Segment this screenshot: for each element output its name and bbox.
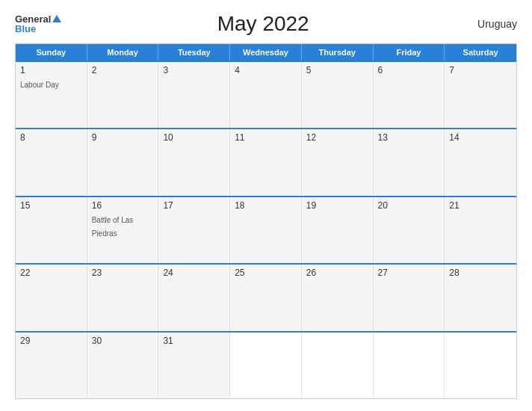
country-label: Uruguay: [465, 18, 517, 30]
week-row-3: 1516Battle of Las Piedras1718192021: [16, 196, 516, 263]
day-number: 4: [235, 65, 297, 75]
weekday-header-friday: Friday: [374, 44, 445, 61]
logo: General Blue: [15, 14, 61, 34]
logo-triangle-icon: [52, 15, 61, 22]
day-number: 13: [378, 132, 440, 143]
weekday-header-sunday: Sunday: [16, 44, 87, 61]
cal-cell: [230, 333, 302, 398]
cal-cell: 5: [302, 62, 374, 128]
calendar-body: 1Labour Day2345678910111213141516Battle …: [16, 61, 516, 398]
day-number: 20: [378, 200, 440, 211]
week-row-4: 22232425262728: [16, 263, 516, 330]
event-label: Battle of Las Piedras: [92, 216, 134, 238]
calendar: SundayMondayTuesdayWednesdayThursdayFrid…: [15, 43, 517, 399]
cal-cell: 20: [374, 197, 445, 263]
calendar-page: General Blue May 2022 Uruguay SundayMond…: [0, 0, 532, 411]
day-number: 10: [163, 132, 225, 143]
weekday-header-saturday: Saturday: [445, 44, 516, 61]
cal-cell: 8: [16, 129, 87, 195]
day-number: 3: [163, 65, 225, 75]
cal-cell: 7: [445, 62, 516, 128]
cal-cell: 15: [16, 197, 87, 263]
cal-cell: 21: [445, 197, 516, 263]
cal-cell: 9: [87, 129, 159, 195]
cal-cell: 10: [158, 129, 230, 195]
day-number: 31: [163, 336, 225, 346]
day-number: 15: [20, 200, 82, 211]
cal-cell: 2: [87, 62, 159, 128]
cal-cell: 1Labour Day: [16, 62, 87, 128]
cal-cell: 27: [374, 265, 445, 330]
cal-cell: 3: [158, 62, 230, 128]
cal-cell: 28: [445, 265, 516, 330]
cal-cell: 11: [230, 129, 302, 195]
week-row-2: 891011121314: [16, 128, 516, 195]
day-number: 30: [92, 336, 154, 346]
weekday-header-thursday: Thursday: [302, 44, 374, 61]
day-number: 27: [378, 268, 440, 278]
day-number: 9: [92, 132, 154, 143]
day-number: 2: [92, 65, 154, 75]
cal-cell: 30: [87, 333, 159, 398]
day-number: 12: [306, 132, 368, 143]
cal-cell: 22: [16, 265, 87, 330]
day-number: 22: [20, 268, 82, 278]
day-number: 18: [235, 200, 297, 211]
cal-cell: [374, 333, 445, 398]
cal-cell: 4: [230, 62, 302, 128]
day-number: 5: [306, 65, 368, 75]
cal-cell: 13: [374, 129, 445, 195]
cal-cell: [445, 333, 516, 398]
cal-cell: 12: [302, 129, 374, 195]
calendar-header: SundayMondayTuesdayWednesdayThursdayFrid…: [16, 44, 516, 61]
day-number: 19: [306, 200, 368, 211]
week-row-1: 1Labour Day234567: [16, 61, 516, 128]
weekday-header-tuesday: Tuesday: [158, 44, 230, 61]
day-number: 14: [449, 132, 512, 143]
cal-cell: 24: [158, 265, 230, 330]
day-number: 29: [20, 336, 82, 346]
day-number: 23: [92, 268, 154, 278]
page-header: General Blue May 2022 Uruguay: [15, 12, 517, 36]
day-number: 7: [449, 65, 512, 75]
day-number: 17: [163, 200, 225, 211]
day-number: 1: [20, 65, 82, 75]
weekday-header-wednesday: Wednesday: [230, 44, 302, 61]
cal-cell: 14: [445, 129, 516, 195]
day-number: 8: [20, 132, 82, 143]
cal-cell: 23: [87, 265, 159, 330]
cal-cell: 18: [230, 197, 302, 263]
day-number: 16: [92, 200, 154, 211]
cal-cell: 26: [302, 265, 374, 330]
day-number: 25: [235, 268, 297, 278]
day-number: 6: [378, 65, 440, 75]
cal-cell: 16Battle of Las Piedras: [87, 197, 159, 263]
cal-cell: 17: [158, 197, 230, 263]
weekday-header-monday: Monday: [87, 44, 159, 61]
event-label: Labour Day: [20, 81, 59, 89]
cal-cell: 31: [158, 333, 230, 398]
day-number: 28: [449, 268, 512, 278]
cal-cell: 19: [302, 197, 374, 263]
week-row-5: 293031: [16, 331, 516, 398]
cal-cell: 6: [374, 62, 445, 128]
day-number: 26: [306, 268, 368, 278]
cal-cell: [302, 333, 374, 398]
month-title: May 2022: [61, 12, 465, 36]
cal-cell: 25: [230, 265, 302, 330]
day-number: 11: [235, 132, 297, 143]
day-number: 21: [449, 200, 512, 211]
day-number: 24: [163, 268, 225, 278]
logo-blue-text: Blue: [15, 24, 61, 34]
cal-cell: 29: [16, 333, 87, 398]
